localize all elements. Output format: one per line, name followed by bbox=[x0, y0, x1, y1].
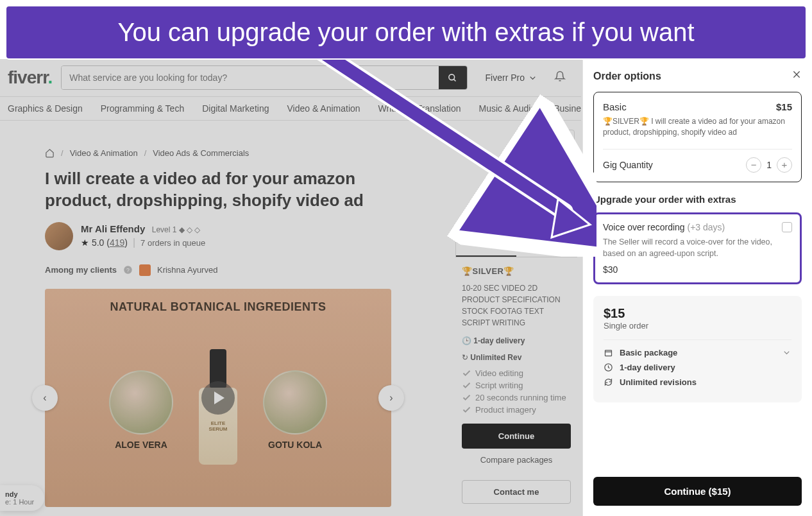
package-icon bbox=[604, 348, 613, 357]
ingredient-label: ALOE VERA bbox=[115, 440, 167, 450]
svg-text:?: ? bbox=[126, 267, 130, 273]
breadcrumb: / Video & Animation / Video Ads & Commer… bbox=[45, 148, 581, 158]
summary-package-row[interactable]: Basic package bbox=[604, 348, 791, 357]
fiverr-pro-dropdown[interactable]: Fiverr Pro bbox=[477, 73, 546, 83]
close-button[interactable] bbox=[791, 69, 802, 83]
nav-item[interactable]: Programming & Tech bbox=[101, 103, 184, 114]
gig-title: I will create a video ad for your amazon… bbox=[45, 168, 391, 212]
list-icon[interactable] bbox=[515, 132, 525, 142]
nav-item[interactable]: Music & Audio bbox=[479, 103, 536, 114]
extras-section-title: Upgrade your order with extras bbox=[593, 194, 802, 205]
selected-package-card: Basic $15 🏆SILVER🏆 I will create a video… bbox=[593, 92, 802, 182]
quantity-value: 1 bbox=[766, 160, 772, 170]
seller-name[interactable]: Mr Ali Effendy bbox=[81, 223, 145, 234]
compare-packages-link[interactable]: Compare packages bbox=[462, 455, 571, 465]
svg-line-1 bbox=[453, 79, 455, 81]
check-icon bbox=[462, 368, 471, 378]
summary-price: $15 bbox=[604, 306, 791, 321]
continue-button[interactable]: Continue bbox=[462, 424, 571, 449]
home-icon[interactable] bbox=[45, 148, 55, 158]
gig-actions: 1,23 bbox=[45, 130, 581, 144]
seller-level: Level 1 ◆ ◇ ◇ bbox=[152, 225, 201, 234]
feature-item: Video editing bbox=[462, 368, 571, 378]
quantity-stepper: − 1 + bbox=[746, 157, 792, 173]
info-icon[interactable]: ? bbox=[123, 265, 133, 275]
package-name: Basic bbox=[603, 101, 627, 112]
chat-widget[interactable]: ndy e: 1 Hour bbox=[0, 485, 44, 511]
extra-option-card[interactable]: Voice over recording (+3 days) The Selle… bbox=[593, 212, 802, 284]
package-column: Ba Standard 🏆SILVER🏆 10-20 SEC VIDEO 2D … bbox=[455, 232, 577, 516]
search-bar bbox=[61, 65, 467, 90]
revisions: ↻ Unlimited Rev bbox=[462, 353, 521, 362]
check-icon bbox=[462, 393, 471, 402]
breadcrumb-link[interactable]: Video & Animation bbox=[70, 148, 138, 158]
chevron-down-icon bbox=[782, 348, 791, 357]
ingredient-label: GOTU KOLA bbox=[268, 440, 322, 450]
gallery-prev-button[interactable]: ‹ bbox=[32, 385, 58, 411]
refresh-icon bbox=[604, 377, 613, 387]
search-icon bbox=[448, 73, 457, 83]
rating: ★ 5.0 (419) bbox=[81, 237, 128, 248]
search-button[interactable] bbox=[439, 66, 467, 89]
extra-price: $30 bbox=[603, 264, 792, 275]
check-icon bbox=[462, 381, 471, 390]
feature-item: Product imagery bbox=[462, 405, 571, 415]
delivery-time: 🕒 1-day delivery bbox=[462, 336, 525, 345]
order-summary-card: $15 Single order Basic package 1-day del… bbox=[593, 296, 802, 402]
bell-icon bbox=[554, 71, 566, 82]
logo[interactable]: fiverr. bbox=[8, 67, 52, 88]
drawer-title: Order options bbox=[593, 71, 661, 82]
nav-item[interactable]: Business bbox=[554, 103, 581, 114]
summary-subtitle: Single order bbox=[604, 321, 791, 331]
extra-checkbox[interactable] bbox=[782, 222, 792, 232]
quantity-label: Gig Quantity bbox=[603, 160, 653, 170]
annotation-banner: You can upgrade your order with extras i… bbox=[5, 5, 807, 60]
nav-item[interactable]: Video & Animation bbox=[287, 103, 360, 114]
package-badge: 🏆SILVER🏆 bbox=[462, 266, 571, 276]
package-price: $15 bbox=[776, 101, 792, 112]
gig-gallery: NATURAL BOTANICAL INGREDIENTS ALOE VERA … bbox=[45, 289, 391, 507]
search-input[interactable] bbox=[62, 66, 438, 89]
avatar[interactable] bbox=[45, 222, 73, 250]
notifications-button[interactable] bbox=[546, 71, 573, 85]
quantity-decrease-button[interactable]: − bbox=[746, 157, 761, 173]
contact-me-button[interactable]: Contact me bbox=[462, 480, 571, 504]
feature-item: Script writing bbox=[462, 381, 571, 390]
ingredient-image bbox=[109, 370, 173, 434]
nav-item[interactable]: Digital Marketing bbox=[202, 103, 269, 114]
quantity-increase-button[interactable]: + bbox=[777, 157, 792, 173]
svg-point-0 bbox=[449, 74, 455, 80]
play-button[interactable] bbox=[201, 381, 235, 415]
category-nav: Graphics & Design Programming & Tech Dig… bbox=[0, 97, 581, 121]
likes-count: 1,23 bbox=[547, 130, 575, 144]
gallery-next-button[interactable]: › bbox=[378, 385, 404, 411]
clock-icon bbox=[604, 363, 613, 372]
package-line: 🏆SILVER🏆 I will create a video ad for yo… bbox=[603, 116, 792, 139]
breadcrumb-link[interactable]: Video Ads & Commercials bbox=[153, 148, 249, 158]
svg-rect-10 bbox=[605, 350, 612, 356]
heart-icon[interactable] bbox=[531, 132, 541, 142]
chevron-down-icon bbox=[528, 73, 537, 83]
tab-standard[interactable]: Standard bbox=[516, 233, 577, 257]
client-name: Krishna Ayurved bbox=[157, 265, 217, 275]
continue-order-button[interactable]: Continue ($15) bbox=[593, 477, 802, 506]
nav-item[interactable]: Writing & Translation bbox=[378, 103, 461, 114]
order-options-drawer: Order options Basic $15 🏆SILVER🏆 I will … bbox=[582, 59, 812, 516]
package-description: 10-20 SEC VIDEO 2D PRODUCT SPECIFICATION… bbox=[462, 282, 571, 329]
extra-title: Voice over recording (+3 days) bbox=[603, 222, 725, 232]
summary-revisions-row: Unlimited revisions bbox=[604, 377, 791, 387]
close-icon bbox=[791, 69, 802, 80]
orders-in-queue: 7 orders in queue bbox=[140, 238, 205, 248]
ingredient-image bbox=[263, 370, 327, 434]
client-logo bbox=[139, 264, 151, 276]
gallery-heading: NATURAL BOTANICAL INGREDIENTS bbox=[110, 300, 326, 314]
tab-basic[interactable]: Ba bbox=[456, 233, 516, 257]
nav-item[interactable]: Graphics & Design bbox=[8, 103, 83, 114]
extra-description: The Seller will record a voice-over for … bbox=[603, 236, 792, 259]
header: fiverr. Fiverr Pro bbox=[0, 59, 581, 97]
check-icon bbox=[462, 405, 471, 415]
summary-delivery-row: 1-day delivery bbox=[604, 363, 791, 372]
feature-item: 20 seconds running time bbox=[462, 393, 571, 402]
